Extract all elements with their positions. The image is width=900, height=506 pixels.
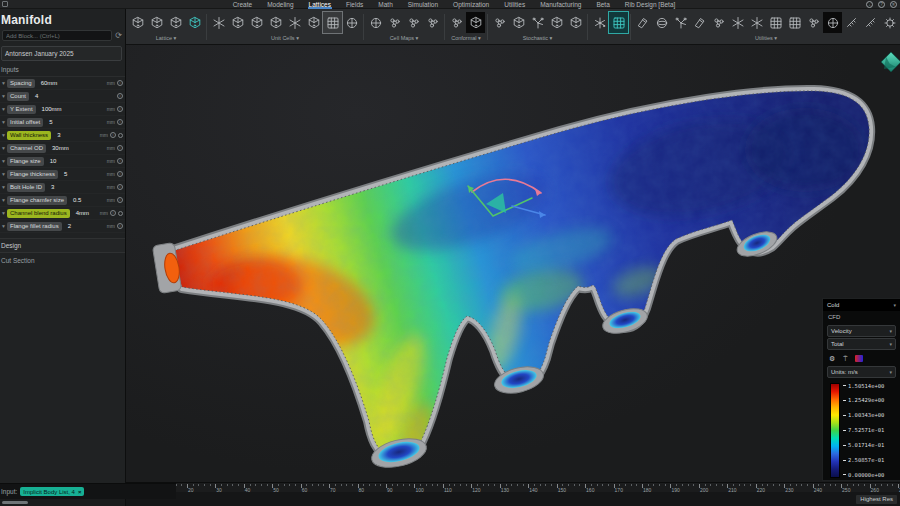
param-value[interactable]: 0.5 bbox=[73, 197, 81, 203]
info-icon[interactable]: i bbox=[117, 106, 123, 112]
notebook-tab[interactable]: Antonsen January 2025 bbox=[1, 46, 122, 61]
param-label-chip[interactable]: Bolt Hole ID bbox=[7, 183, 45, 192]
menu-fields[interactable]: Fields bbox=[345, 0, 364, 9]
param-value[interactable]: 4 bbox=[35, 93, 38, 99]
param-value[interactable]: 2 bbox=[68, 223, 71, 229]
param-label-chip[interactable]: Initial offset bbox=[7, 118, 43, 127]
info-icon[interactable]: i bbox=[117, 184, 123, 190]
info-icon[interactable]: i bbox=[117, 119, 123, 125]
param-value[interactable]: 100mm bbox=[42, 106, 62, 112]
menu-utilities[interactable]: Utilities bbox=[503, 0, 526, 9]
conformal-lattice-icon[interactable] bbox=[447, 12, 466, 33]
menu-modeling[interactable]: Modeling bbox=[266, 0, 294, 9]
param-value[interactable]: 5 bbox=[64, 171, 67, 177]
implicit-body-list-tag[interactable]: Implicit Body List, 4 × bbox=[20, 487, 84, 496]
menu-simulation[interactable]: Simulation bbox=[407, 0, 439, 9]
info-icon[interactable]: i bbox=[117, 80, 123, 86]
param-label-chip[interactable]: Channel OD bbox=[7, 144, 46, 153]
param-label-chip[interactable]: Spacing bbox=[7, 79, 35, 88]
lattice-volume-icon[interactable] bbox=[166, 12, 185, 33]
colormap-icon[interactable] bbox=[855, 355, 863, 362]
custom-cell-1-icon[interactable] bbox=[228, 12, 247, 33]
expose-toggle-icon[interactable] bbox=[118, 133, 123, 138]
param-label-chip[interactable]: Flange fillet radius bbox=[7, 222, 62, 231]
menu-math[interactable]: Math bbox=[377, 0, 393, 9]
foam-box-icon[interactable] bbox=[509, 12, 528, 33]
map-blob-2-icon[interactable] bbox=[404, 12, 423, 33]
param-value[interactable]: 10 bbox=[50, 158, 57, 164]
param-label-chip[interactable]: Count bbox=[7, 92, 29, 101]
param-value[interactable]: 3 bbox=[57, 132, 60, 138]
info-icon[interactable]: i bbox=[110, 132, 116, 138]
lattice-body-icon[interactable] bbox=[128, 12, 147, 33]
help-icon[interactable]: ? bbox=[878, 1, 885, 8]
menu-lattices[interactable]: Lattices bbox=[308, 0, 332, 9]
tag-close-icon[interactable]: × bbox=[78, 489, 82, 495]
info-icon[interactable]: i bbox=[117, 197, 123, 203]
param-value[interactable]: 60mm bbox=[41, 80, 58, 86]
sidebar-scrollbar-thumb[interactable] bbox=[2, 501, 28, 504]
app-menu-icon[interactable] bbox=[2, 1, 8, 7]
grid-frame-icon[interactable] bbox=[766, 12, 785, 33]
pin-icon[interactable]: ⍑ bbox=[843, 355, 847, 363]
lattice-surface-icon[interactable] bbox=[147, 12, 166, 33]
tent-2-icon[interactable] bbox=[747, 12, 766, 33]
custom-cell-1b-icon[interactable] bbox=[247, 12, 266, 33]
cell-ring-icon[interactable] bbox=[342, 12, 361, 33]
toolbar-group-label[interactable]: Conformal ▾ bbox=[451, 35, 481, 44]
branch-icon[interactable] bbox=[528, 12, 547, 33]
point-spread-icon[interactable] bbox=[590, 12, 609, 33]
ruler-1-icon[interactable] bbox=[842, 12, 861, 33]
param-label-chip[interactable]: Wall thickness bbox=[7, 131, 51, 140]
info-icon[interactable]: i bbox=[117, 171, 123, 177]
conformal-map-icon[interactable] bbox=[466, 12, 485, 33]
units-dropdown[interactable]: Units: m/s ▾ bbox=[827, 366, 896, 378]
menu-beta[interactable]: Beta bbox=[595, 0, 610, 9]
shell-box-icon[interactable] bbox=[547, 12, 566, 33]
download-icon[interactable]: ↓ bbox=[866, 1, 873, 8]
info-icon[interactable]: i bbox=[117, 145, 123, 151]
roller-icon[interactable] bbox=[652, 12, 671, 33]
design-section-header[interactable]: Design bbox=[0, 238, 125, 253]
menu-manufacturing[interactable]: Manufacturing bbox=[539, 0, 582, 9]
cube-circle-icon[interactable] bbox=[823, 12, 842, 33]
cell-map-icon[interactable] bbox=[366, 12, 385, 33]
param-label-chip[interactable]: Y Extent bbox=[7, 105, 36, 114]
gear-icon[interactable]: ⚙ bbox=[829, 355, 835, 363]
resolution-badge[interactable]: Highest Res bbox=[856, 495, 897, 504]
toolbar-group-label[interactable]: Cell Maps ▾ bbox=[390, 35, 419, 44]
trim-icon[interactable] bbox=[633, 12, 652, 33]
cell-box-icon[interactable] bbox=[323, 12, 342, 33]
manifold-model[interactable] bbox=[126, 45, 900, 482]
toolbar-group-label[interactable]: Utilities ▾ bbox=[755, 35, 777, 44]
lattice-boolean-icon[interactable] bbox=[185, 12, 204, 33]
viewport-3d[interactable]: Cold ▾ CFD Velocity▾Total▾ ⚙ ⍑ Units: m/… bbox=[126, 45, 900, 506]
menu-create[interactable]: Create bbox=[232, 0, 254, 9]
cell-remap-icon[interactable] bbox=[304, 12, 323, 33]
fill-grid-icon[interactable] bbox=[609, 12, 628, 33]
map-blob-1-icon[interactable] bbox=[385, 12, 404, 33]
toolbar-group-label[interactable]: Unit Cells ▾ bbox=[271, 35, 299, 44]
expose-toggle-icon[interactable] bbox=[118, 211, 123, 216]
inputs-section-header[interactable]: Inputs bbox=[0, 61, 125, 77]
design-item-cut-section[interactable]: Cut Section bbox=[0, 253, 125, 266]
cell-cross-icon[interactable] bbox=[285, 12, 304, 33]
info-icon[interactable]: i bbox=[117, 93, 123, 99]
custom-cell-2-icon[interactable] bbox=[266, 12, 285, 33]
random-box-icon[interactable] bbox=[566, 12, 585, 33]
menu-optimization[interactable]: Optimization bbox=[452, 0, 490, 9]
grid-node-icon[interactable] bbox=[785, 12, 804, 33]
pull-cell-icon[interactable] bbox=[804, 12, 823, 33]
param-value[interactable]: 30mm bbox=[52, 145, 69, 151]
info-icon[interactable]: i bbox=[117, 223, 123, 229]
account-icon[interactable]: ≡ bbox=[890, 1, 897, 8]
refresh-icon[interactable]: ⟳ bbox=[115, 32, 122, 40]
toolbar-group-label[interactable]: Stochastic ▾ bbox=[523, 35, 553, 44]
view-cube-diamond[interactable] bbox=[879, 52, 900, 74]
voronoi-icon[interactable] bbox=[490, 12, 509, 33]
map-blob-3-icon[interactable] bbox=[423, 12, 442, 33]
dropdown-total[interactable]: Total▾ bbox=[827, 338, 896, 350]
param-label-chip[interactable]: Flange chamfer size bbox=[7, 196, 67, 205]
gear-edge-icon[interactable] bbox=[880, 12, 899, 33]
dropdown-velocity[interactable]: Velocity▾ bbox=[827, 325, 896, 337]
